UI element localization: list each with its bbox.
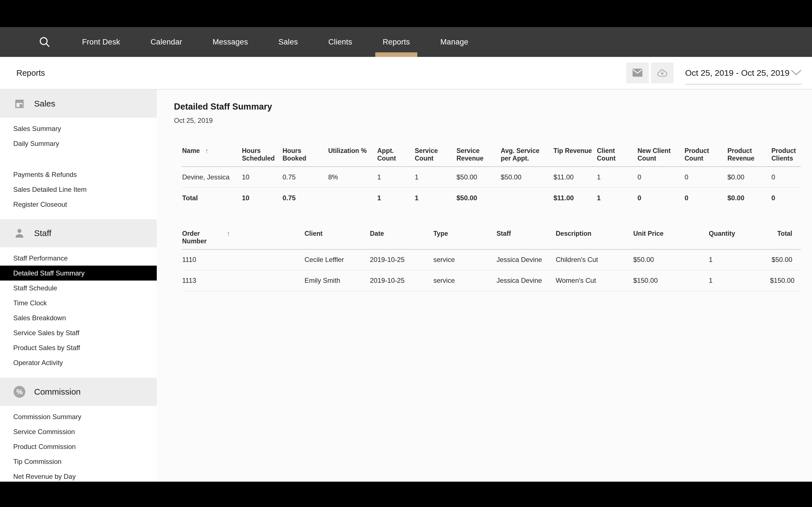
sidebar-item-sales-summary[interactable]: Sales Summary xyxy=(0,121,157,136)
report-content: Detailed Staff Summary Oct 25, 2019 Name… xyxy=(157,90,812,482)
column-header-client-count: Client Count xyxy=(597,141,638,167)
table-cell: 10 xyxy=(242,187,283,209)
nav-item-front-desk[interactable]: Front Desk xyxy=(75,27,128,57)
table-total-row: Total100.7511$50.00$11.00100$0.000 xyxy=(182,187,801,209)
table-cell: $0.00 xyxy=(727,167,771,187)
sidebar-section-header-commission[interactable]: % Commission xyxy=(0,378,157,406)
sidebar-section-staff: Staff Staff PerformanceDetailed Staff Su… xyxy=(0,219,157,370)
table-cell: Emily Smith xyxy=(305,270,370,291)
table-row: 1113Emily Smith2019-10-25serviceJessica … xyxy=(182,270,801,291)
sidebar-item-staff-performance[interactable]: Staff Performance xyxy=(0,251,157,266)
page-title: Reports xyxy=(16,68,45,78)
table-cell: $50.00 xyxy=(770,249,801,270)
sidebar-section-header-sales[interactable]: Sales xyxy=(0,90,157,118)
column-header-avg-service-per-appt: Avg. Service per Appt. xyxy=(501,141,553,167)
column-header-service-count: Service Count xyxy=(415,141,456,167)
column-header-date: Date xyxy=(370,224,434,249)
nav-item-list: Front DeskCalendarMessagesSalesClientsRe… xyxy=(75,27,476,57)
orders-table-header-row: Order Number↑ClientDateTypeStaffDescript… xyxy=(182,224,801,249)
nav-item-reports[interactable]: Reports xyxy=(375,27,417,57)
order-line-items-table: Order Number↑ClientDateTypeStaffDescript… xyxy=(182,224,801,291)
column-header-unit-price: Unit Price xyxy=(633,224,709,249)
main-nav: Front DeskCalendarMessagesSalesClientsRe… xyxy=(0,27,812,57)
sidebar-item-detailed-staff-summary[interactable]: Detailed Staff Summary xyxy=(0,266,157,281)
sidebar-item-net-revenue-by-day[interactable]: Net Revenue by Day xyxy=(0,469,157,484)
date-range-picker[interactable]: Oct 25, 2019 - Oct 25, 2019 xyxy=(685,62,802,84)
email-icon xyxy=(632,68,643,78)
column-header-service-revenue: Service Revenue xyxy=(456,141,501,167)
table-row: Devine, Jessica100.758%11$50.00$50.00$11… xyxy=(182,167,801,187)
table-cell: $150.00 xyxy=(770,270,801,291)
table-cell: 0.75 xyxy=(283,167,328,187)
column-header-order-number[interactable]: Order Number↑ xyxy=(182,224,305,249)
sidebar-item-sales-breakdown[interactable]: Sales Breakdown xyxy=(0,311,157,325)
sidebar-section-label: Sales xyxy=(34,99,55,108)
summary-table-header-row: Name↑Hours ScheduledHours BookedUtilizat… xyxy=(182,141,801,167)
sidebar-item-product-sales-by-staff[interactable]: Product Sales by Staff xyxy=(0,340,157,355)
sidebar-item-sales-detailed-line-item[interactable]: Sales Detailed Line Item xyxy=(0,182,157,197)
sidebar-section-header-staff[interactable]: Staff xyxy=(0,219,157,247)
column-header-name[interactable]: Name↑ xyxy=(182,141,242,167)
sidebar-item-operator-activity[interactable]: Operator Activity xyxy=(0,355,157,370)
column-header-product-count: Product Count xyxy=(684,141,727,167)
table-cell: Children's Cut xyxy=(556,249,633,270)
sidebar-item-commission-summary[interactable]: Commission Summary xyxy=(0,409,157,424)
table-cell: 2019-10-25 xyxy=(370,249,434,270)
table-cell: 1 xyxy=(377,187,415,209)
nav-item-manage[interactable]: Manage xyxy=(433,27,476,57)
table-cell: $50.00 xyxy=(501,167,553,187)
table-cell: 0 xyxy=(771,167,801,187)
table-cell: 1 xyxy=(597,187,638,209)
sidebar-item-time-clock[interactable]: Time Clock xyxy=(0,295,157,311)
sidebar-item-daily-summary[interactable]: Daily Summary xyxy=(0,136,157,151)
sidebar-item-service-sales-by-staff[interactable]: Service Sales by Staff xyxy=(0,325,157,340)
nav-item-sales[interactable]: Sales xyxy=(271,27,305,57)
column-header-hours-scheduled: Hours Scheduled xyxy=(242,141,283,167)
content-area: Sales Sales SummaryDaily SummaryPayments… xyxy=(0,90,812,482)
sort-ascending-icon: ↑ xyxy=(205,147,209,155)
column-header-total: Total xyxy=(770,224,801,249)
table-cell: 0 xyxy=(638,167,684,187)
sidebar-item-payments-refunds[interactable]: Payments & Refunds xyxy=(0,167,157,182)
date-range-label: Oct 25, 2019 - Oct 25, 2019 xyxy=(685,68,790,78)
column-header-utilization: Utilization % xyxy=(328,141,377,167)
sidebar-item-tip-commission[interactable]: Tip Commission xyxy=(0,454,157,469)
reports-header: Reports Oct 25, 2019 - Oct 25, 2019 xyxy=(0,57,812,90)
column-header-new-client-count: New Client Count xyxy=(638,141,684,167)
table-cell: Jessica Devine xyxy=(497,249,556,270)
app-screen: Front DeskCalendarMessagesSalesClientsRe… xyxy=(0,0,812,507)
column-header-staff: Staff xyxy=(497,224,556,249)
cloud-download-icon xyxy=(657,68,668,78)
sidebar-item-service-commission[interactable]: Service Commission xyxy=(0,424,157,439)
storefront-icon xyxy=(13,98,26,110)
search-icon[interactable] xyxy=(38,36,51,48)
nav-item-messages[interactable]: Messages xyxy=(205,27,255,57)
table-cell: 1 xyxy=(415,187,456,209)
sidebar-section-commission: % Commission Commission SummaryService C… xyxy=(0,378,157,484)
table-cell: $50.00 xyxy=(633,249,709,270)
person-icon xyxy=(13,227,26,239)
sidebar-section-label: Staff xyxy=(34,228,51,238)
table-cell: $0.00 xyxy=(727,187,771,209)
table-cell: 1110 xyxy=(182,249,305,270)
sidebar-item-register-closeout[interactable]: Register Closeout xyxy=(0,197,157,212)
nav-item-calendar[interactable]: Calendar xyxy=(143,27,190,57)
download-report-button[interactable] xyxy=(651,62,673,83)
sidebar-item-staff-schedule[interactable]: Staff Schedule xyxy=(0,281,157,295)
table-cell: Cecile Leffler xyxy=(305,249,370,270)
sidebar-staff-items: Staff PerformanceDetailed Staff SummaryS… xyxy=(0,251,157,370)
table-cell: service xyxy=(434,249,497,270)
table-cell: 1 xyxy=(709,249,770,270)
table-cell: $150.00 xyxy=(633,270,709,291)
table-cell: 10 xyxy=(242,167,283,187)
nav-item-clients[interactable]: Clients xyxy=(321,27,360,57)
sidebar-item-product-commission[interactable]: Product Commission xyxy=(0,439,157,454)
table-cell: 0 xyxy=(684,167,727,187)
sidebar-commission-items: Commission SummaryService CommissionProd… xyxy=(0,409,157,484)
email-report-button[interactable] xyxy=(626,62,649,83)
report-date: Oct 25, 2019 xyxy=(174,117,801,124)
table-cell: $11.00 xyxy=(553,167,597,187)
chevron-down-icon xyxy=(791,68,802,78)
table-cell: 2019-10-25 xyxy=(370,270,434,291)
column-header-appt-count: Appt. Count xyxy=(377,141,415,167)
